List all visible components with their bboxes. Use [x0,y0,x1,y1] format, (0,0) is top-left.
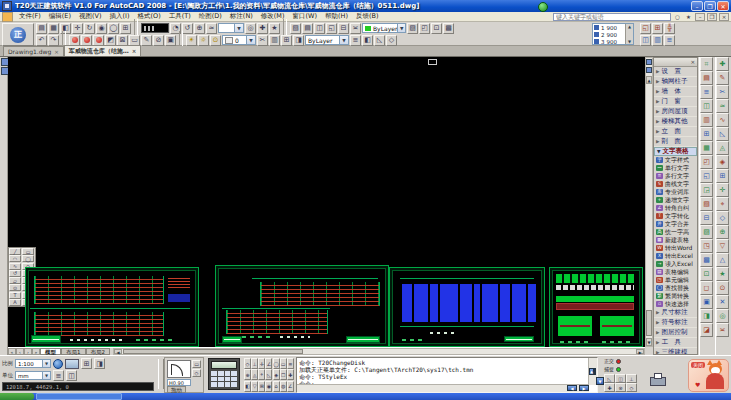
tool-icon[interactable]: ▥ [269,35,280,46]
tool-icon[interactable]: ⊕ [194,23,205,34]
dock-icon[interactable] [646,67,652,73]
mini-toggle-icon[interactable]: ⊥ [626,374,637,383]
tool-icon[interactable]: ⊞ [652,23,663,34]
tool-icon[interactable]: ↻ [84,23,95,34]
lineweight-combo[interactable]: ByLayer ▼ [305,35,349,45]
menu-item[interactable]: 反馈(B) [352,12,383,21]
screen-menu-group[interactable]: ▶ 墙 体 [654,87,697,97]
undo-icon[interactable]: ↶ [36,35,47,46]
restore-button[interactable]: ❐ [704,1,716,11]
screen-menu-group[interactable]: ▶ 工 具 [654,338,697,348]
tool-icon[interactable]: ∿ [716,113,729,127]
screen-menu-group[interactable]: ▶ 图层控制 [654,328,697,338]
menu-item[interactable]: 文件(F) [15,12,45,21]
globe-icon[interactable] [53,359,63,369]
tab-close-icon[interactable]: × [132,48,137,54]
drawing-canvas[interactable]: ╱▭◠◯∿◇↺◌▱◭⊙✎T≡A▦ [8,57,645,347]
layout-nav-arrow-icon[interactable]: › [24,348,32,355]
start-button[interactable] [0,393,34,400]
floor-list-scrollbar[interactable]: ▲ ▼ [625,24,633,44]
tool-icon[interactable]: ✎ [716,71,729,85]
tool-icon[interactable]: ⊟ [338,23,349,34]
tool-icon[interactable]: ◰ [700,155,713,169]
tool-icon[interactable]: ▧ [700,197,713,211]
floor-row[interactable]: 1 900 [593,24,625,31]
tool-icon[interactable]: ◰ [419,23,430,34]
tool-icon[interactable]: ▤ [36,23,47,34]
draw-tool-icon[interactable]: ◯ [22,255,34,262]
draw-tool-icon[interactable]: ╱ [9,248,21,255]
snap-toggle-icon[interactable]: ⊥ [251,358,258,369]
favorites-icon[interactable]: ★ [684,13,693,21]
tool-icon[interactable]: ▤ [302,23,313,34]
draw-tool-icon[interactable]: ∿ [9,263,21,270]
screen-menu-group[interactable]: ▶ 轴网柱子 [654,77,697,87]
tool-icon[interactable]: ◫ [66,370,77,381]
record-button[interactable] [93,35,104,46]
snap-toggle-icon[interactable]: ∠ [287,381,294,392]
command-window[interactable]: 命令: T20ChangeDisk 加载天正菜单文件: C:\Tangent\T… [296,357,598,393]
tool-icon[interactable]: ≍ [350,23,361,34]
tool-icon[interactable]: ✂ [257,35,268,46]
menu-item[interactable]: 绘图(D) [195,12,226,21]
menu-item[interactable]: 工具(T) [165,12,195,21]
tool-icon[interactable]: ★ [716,267,729,281]
tool-icon[interactable]: ▩ [700,253,713,267]
tool-icon[interactable]: ★ [269,23,280,34]
palette-close-icon[interactable]: × [690,59,695,66]
tool-icon[interactable]: ⊞ [716,169,729,183]
tab-model[interactable]: 模型 [40,348,61,355]
tool-icon[interactable]: ⊙ [716,281,729,295]
draw-tool-icon[interactable]: ▭ [22,248,34,255]
floor-row[interactable]: 3 900 [593,38,625,45]
layer-bulb-icon[interactable]: ☼ [198,35,209,46]
drag-tab[interactable]: 拖动 [167,386,186,393]
menu-item[interactable]: 标注(N) [226,12,257,21]
tab-layout1[interactable]: 布局1 [61,348,86,355]
menu-item[interactable]: 窗口(W) [288,12,321,21]
doc-tab-current[interactable]: 军威物流仓库（结施… × [64,45,142,56]
snap-toggle-icon[interactable]: ☐ [280,369,287,380]
tool-icon[interactable]: ≡ [350,35,361,46]
doc-tab-drawing1[interactable]: Drawing1.dwg × [3,46,64,56]
tool-icon[interactable]: ◩ [105,35,116,46]
screen-menu-item[interactable]: ▫ 快速选择 [654,300,697,308]
doc-minimize-button[interactable]: – [695,13,705,21]
tool-icon[interactable]: ⊞ [120,23,131,34]
snap-toggle-icon[interactable]: ◧ [244,381,251,392]
tool-icon[interactable]: ◱ [326,23,337,34]
tool-icon[interactable]: ⊡ [431,23,442,34]
screen-menu-group[interactable]: ▶ 三维建模 [654,348,697,355]
unit-combo[interactable]: mm ▼ [15,371,51,380]
snap-toggle-icon[interactable]: ⊞ [258,381,265,392]
search-input[interactable] [553,13,671,21]
screen-menu-group[interactable]: ▶ 尺寸标注 [654,308,697,318]
draw-tool-icon[interactable]: ◠ [9,255,21,262]
tool-icon[interactable]: △ [716,253,729,267]
tool-icon[interactable]: ◯ [108,23,119,34]
snap-toggle-icon[interactable]: ◬ [251,369,258,380]
layout-nav-arrow-icon[interactable]: ‹ [16,348,24,355]
tool-icon[interactable]: ⊡ [700,267,713,281]
menu-item[interactable]: 视图(V) [75,12,106,21]
snap-toggle-icon[interactable]: ◇ [244,358,251,369]
mini-toggle-icon[interactable]: ◇ [626,383,637,392]
tool-icon[interactable]: ◇ [386,35,397,46]
taskbar-app-button[interactable] [36,393,122,400]
dock-icon[interactable] [646,59,652,65]
tool-icon[interactable]: ✚ [716,57,729,71]
monitor-icon[interactable] [65,359,79,369]
snap-toggle-icon[interactable]: ∠ [265,358,272,369]
tool-icon[interactable]: ≍ [716,323,729,337]
tool-icon[interactable]: ◱ [700,169,713,183]
layer-bulb-icon[interactable]: ⊙ [210,35,221,46]
tool-icon[interactable]: ◫ [640,35,651,46]
tool-icon[interactable]: ✛ [716,183,729,197]
tool-icon[interactable]: ⌖ [716,197,729,211]
notification-icon[interactable] [538,2,548,12]
tool-icon[interactable]: ▽ [716,239,729,253]
tool-icon[interactable]: ◪ [700,323,713,337]
tool-icon[interactable]: ≡ [700,85,713,99]
menu-item[interactable]: 帮助(H) [321,12,352,21]
search-icon[interactable]: ○ [673,13,682,21]
